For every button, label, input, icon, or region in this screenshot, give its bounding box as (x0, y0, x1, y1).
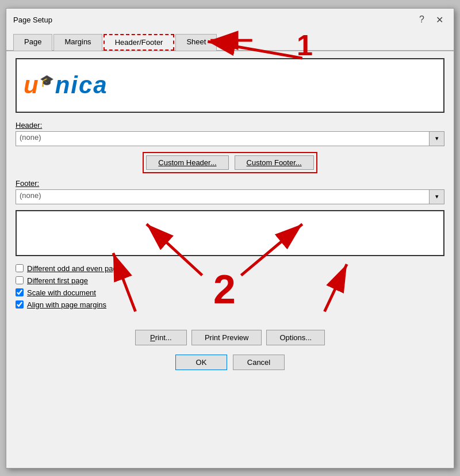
footer-dropdown-button[interactable]: ▾ (430, 189, 444, 204)
checkbox-scale-with-doc: Scale with document (16, 288, 444, 297)
tab-sheet[interactable]: Sheet (175, 34, 217, 51)
tab-page[interactable]: Page (13, 34, 52, 51)
align-margins-checkbox[interactable] (16, 300, 24, 309)
diff-odd-even-label[interactable]: Different odd and even pages (27, 264, 125, 273)
page-setup-dialog: Page Setup ? ✕ Page Margins Header/Foote… (6, 8, 454, 469)
scale-with-doc-checkbox[interactable] (16, 288, 24, 296)
diff-first-page-label[interactable]: Different first page (27, 276, 88, 285)
ok-cancel-row: OK Cancel (6, 355, 454, 379)
tab-header-footer[interactable]: Header/Footer (103, 34, 175, 51)
dialog-content: u🎓nica Header: (none) ▾ (6, 51, 454, 325)
custom-footer-button[interactable]: Custom Footer... (235, 155, 314, 170)
custom-buttons-highlight: Custom Header... Custom Footer... (143, 152, 317, 173)
print-preview-button[interactable]: Print Preview (191, 330, 262, 345)
header-dropdown-input[interactable]: (none) (16, 131, 430, 146)
print-button[interactable]: Print... (135, 330, 187, 345)
footer-preview-box (16, 210, 444, 256)
header-label: Header: (16, 121, 444, 130)
title-bar: Page Setup ? ✕ (6, 9, 454, 29)
logo-nica: nica (55, 71, 108, 98)
dialog-title: Page Setup (13, 16, 52, 24)
ok-button[interactable]: OK (175, 355, 227, 370)
diff-first-page-checkbox[interactable] (16, 276, 24, 284)
custom-header-button[interactable]: Custom Header... (146, 155, 228, 170)
close-button[interactable]: ✕ (432, 13, 447, 26)
tab-margins[interactable]: Margins (53, 34, 102, 51)
cancel-button[interactable]: Cancel (233, 355, 285, 370)
scale-with-doc-label[interactable]: Scale with document (27, 288, 96, 297)
footer-field-group: Footer: (none) ▾ (16, 179, 444, 204)
header-preview-box: u🎓nica (16, 58, 444, 113)
logo: u🎓nica (24, 71, 108, 99)
checkbox-diff-odd-even: Different odd and even pages (16, 264, 444, 273)
header-dropdown-button[interactable]: ▾ (430, 131, 444, 146)
action-buttons: Print... Print Preview Options... (135, 330, 325, 345)
checkbox-align-margins: Align with page margins (16, 300, 444, 309)
align-margins-label[interactable]: Align with page margins (27, 300, 106, 309)
custom-buttons-row: Custom Header... Custom Footer... (16, 152, 444, 173)
options-button[interactable]: Options... (266, 330, 325, 345)
help-button[interactable]: ? (416, 13, 428, 26)
header-dropdown-row: (none) ▾ (16, 131, 444, 146)
logo-u: u (24, 71, 40, 98)
bottom-bar: Print... Print Preview Options... (6, 325, 454, 355)
footer-dropdown-row: (none) ▾ (16, 189, 444, 204)
header-field-group: Header: (none) ▾ (16, 121, 444, 146)
tabs-container: Page Margins Header/Footer Sheet (6, 29, 454, 51)
title-bar-controls: ? ✕ (416, 13, 447, 26)
checkbox-diff-first-page: Different first page (16, 276, 444, 285)
footer-label: Footer: (16, 179, 444, 188)
diff-odd-even-checkbox[interactable] (16, 264, 24, 272)
checkbox-group: Different odd and even pages Different f… (16, 264, 444, 309)
footer-dropdown-input[interactable]: (none) (16, 189, 430, 204)
